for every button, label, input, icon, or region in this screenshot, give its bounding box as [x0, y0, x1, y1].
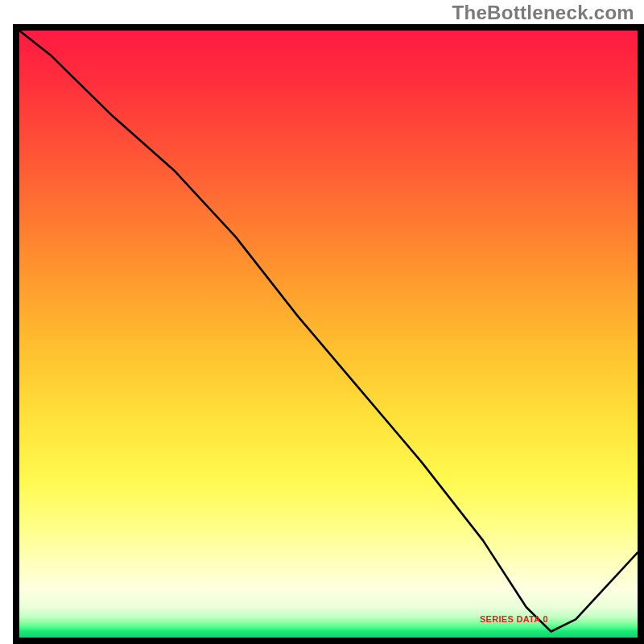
plot-frame: SERIES DATA 0 — [13, 24, 644, 644]
chart-stage: TheBottleneck.com SERIES DATA 0 — [0, 0, 644, 644]
chart-svg: SERIES DATA 0 — [19, 31, 638, 638]
bottleneck-curve — [19, 31, 638, 631]
watermark-text: TheBottleneck.com — [452, 2, 634, 24]
series-label: SERIES DATA 0 — [480, 614, 548, 624]
